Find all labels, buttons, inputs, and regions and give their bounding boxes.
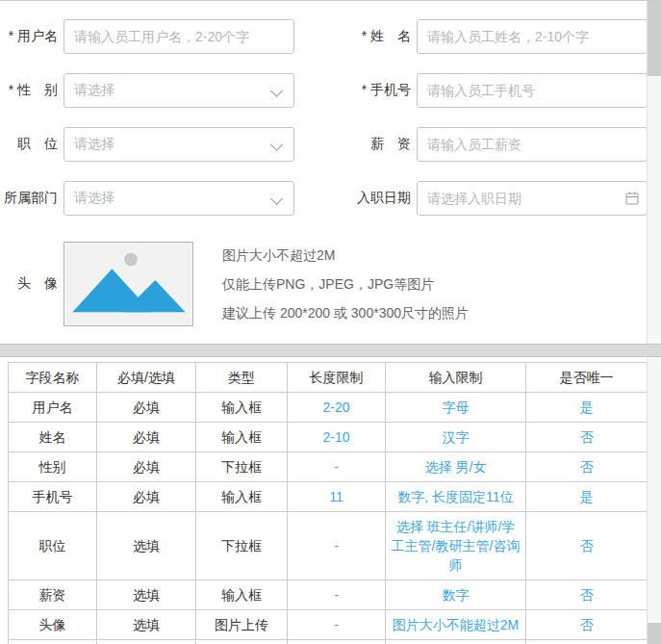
table-cell: 数字, 长度固定11位 bbox=[386, 482, 526, 512]
table-cell: 选填 bbox=[97, 610, 196, 640]
gender-select-value: 请选择 bbox=[74, 82, 114, 99]
chevron-down-icon bbox=[270, 193, 283, 205]
table-cell: 图片大小不能超过2M bbox=[386, 610, 526, 640]
table-row: 手机号必填输入框11数字, 长度固定11位是 bbox=[9, 482, 648, 512]
department-field-cell: 请选择 bbox=[64, 181, 294, 216]
table-cell: - bbox=[288, 610, 386, 640]
gender-select[interactable]: 请选择 bbox=[64, 73, 294, 108]
avatar-tip: 图片大小不超过2M bbox=[222, 241, 469, 270]
image-placeholder-icon bbox=[64, 243, 192, 325]
table-header-cell: 必填/选填 bbox=[97, 363, 196, 393]
table-cell: 汉字 bbox=[386, 423, 526, 452]
avatar-tip: 建议上传 200*200 或 300*300尺寸的照片 bbox=[222, 298, 469, 327]
hire-date-field bbox=[417, 181, 648, 216]
table-row: 性别必填下拉框-选择 男/女否 bbox=[9, 452, 648, 482]
table-cell: 选填 bbox=[97, 512, 196, 580]
table-cell: 输入框 bbox=[196, 580, 288, 610]
constraints-table-body: 用户名必填输入框2-20字母是姓名必填输入框2-10汉字否性别必填下拉框-选择 … bbox=[9, 393, 648, 644]
table-cell: 否 bbox=[526, 580, 648, 610]
name-field-cell bbox=[417, 19, 648, 54]
table-cell: 2-10 bbox=[288, 423, 386, 452]
table-header-cell: 字段名称 bbox=[9, 363, 97, 393]
table-cell: 必填 bbox=[97, 423, 196, 452]
avatar-row: 头 像 图片大小不超过2M 仅能上传PNG，JPEG，JPG等图片 建议上传 2… bbox=[4, 241, 661, 327]
hire-date-label: 入职日期 bbox=[294, 190, 417, 207]
table-scrollbar-track[interactable] bbox=[647, 357, 661, 644]
calendar-icon bbox=[624, 191, 640, 206]
table-cell: 必填 bbox=[97, 452, 196, 482]
table-header-cell: 长度限制 bbox=[288, 363, 386, 393]
table-cell: 输入格式: 年-月-日 bbox=[386, 640, 526, 644]
table-header-cell: 类型 bbox=[196, 363, 288, 393]
table-cell: 姓名 bbox=[9, 423, 97, 452]
department-select[interactable]: 请选择 bbox=[64, 181, 294, 216]
table-cell: 入职日期 bbox=[9, 640, 97, 644]
table-cell: - bbox=[288, 640, 386, 644]
section-divider bbox=[0, 344, 661, 357]
phone-field-cell bbox=[417, 73, 648, 108]
table-cell: 选择 男/女 bbox=[386, 452, 526, 482]
table-scrollbar-thumb[interactable] bbox=[648, 623, 661, 644]
table-cell: 职位 bbox=[9, 512, 97, 580]
table-cell: 选填 bbox=[97, 640, 196, 644]
form-scrollbar-thumb[interactable] bbox=[648, 1, 661, 76]
table-cell: 手机号 bbox=[9, 482, 97, 512]
table-cell: 输入框 bbox=[196, 393, 288, 423]
salary-input[interactable] bbox=[417, 127, 648, 162]
phone-label: * 手机号 bbox=[294, 82, 417, 99]
table-cell: - bbox=[288, 580, 386, 610]
name-label: * 姓 名 bbox=[294, 28, 417, 45]
chevron-down-icon bbox=[270, 139, 283, 151]
table-cell: - bbox=[288, 452, 386, 482]
constraints-table: 字段名称 必填/选填 类型 长度限制 输入限制 是否唯一 用户名必填输入框2-2… bbox=[8, 362, 648, 644]
employee-form-page: * 用户名 * 姓 名 * 性 别 请选择 * 手机号 职 位 bbox=[0, 0, 661, 644]
table-row: 姓名必填输入框2-10汉字否 bbox=[9, 423, 648, 452]
name-input[interactable] bbox=[417, 19, 648, 54]
salary-field-cell bbox=[417, 127, 648, 162]
salary-label: 薪 资 bbox=[294, 136, 417, 153]
table-cell: 选填 bbox=[97, 580, 196, 610]
table-cell: 是 bbox=[526, 482, 648, 512]
table-cell: 否 bbox=[526, 423, 648, 452]
avatar-upload[interactable] bbox=[64, 242, 193, 326]
table-cell: 日期选择组件 bbox=[196, 640, 288, 644]
hire-date-input[interactable] bbox=[417, 181, 648, 216]
avatar-label: 头 像 bbox=[4, 275, 64, 293]
table-cell: 图片上传 bbox=[196, 610, 288, 640]
table-cell: 下拉框 bbox=[196, 512, 288, 580]
table-cell: 输入框 bbox=[196, 482, 288, 512]
table-cell: 否 bbox=[526, 512, 648, 580]
table-cell: - bbox=[288, 512, 386, 580]
gender-label: * 性 别 bbox=[4, 82, 64, 99]
employee-form: * 用户名 * 姓 名 * 性 别 请选择 * 手机号 职 位 bbox=[0, 0, 661, 344]
table-cell: 输入框 bbox=[196, 423, 288, 452]
field-constraints-section: 字段名称 必填/选填 类型 长度限制 输入限制 是否唯一 用户名必填输入框2-2… bbox=[0, 357, 661, 644]
username-field-cell bbox=[64, 19, 294, 54]
position-select[interactable]: 请选择 bbox=[64, 127, 294, 162]
hire-date-field-cell bbox=[417, 181, 648, 216]
table-cell: 否 bbox=[526, 452, 648, 482]
username-input[interactable] bbox=[64, 19, 294, 54]
table-cell: 下拉框 bbox=[196, 452, 288, 482]
username-label: * 用户名 bbox=[4, 28, 64, 45]
table-header-cell: 是否唯一 bbox=[526, 363, 648, 393]
table-cell: 选择 班主任/讲师/学工主管/教研主管/咨询师 bbox=[386, 512, 526, 580]
table-cell: 是 bbox=[526, 393, 648, 423]
phone-input[interactable] bbox=[417, 73, 648, 108]
form-scrollbar-track[interactable] bbox=[647, 1, 661, 344]
table-cell: 数字 bbox=[386, 580, 526, 610]
table-cell: 字母 bbox=[386, 393, 526, 423]
table-header-cell: 输入限制 bbox=[386, 363, 526, 393]
table-cell: 否 bbox=[526, 640, 648, 644]
avatar-tips: 图片大小不超过2M 仅能上传PNG，JPEG，JPG等图片 建议上传 200*2… bbox=[222, 241, 469, 327]
table-cell: 必填 bbox=[97, 482, 196, 512]
table-cell: 性别 bbox=[9, 452, 97, 482]
table-cell: 11 bbox=[288, 482, 386, 512]
table-header-row: 字段名称 必填/选填 类型 长度限制 输入限制 是否唯一 bbox=[9, 363, 648, 393]
table-cell: 2-20 bbox=[288, 393, 386, 423]
table-row: 用户名必填输入框2-20字母是 bbox=[9, 393, 648, 423]
gender-field-cell: 请选择 bbox=[64, 73, 294, 108]
table-row: 职位选填下拉框-选择 班主任/讲师/学工主管/教研主管/咨询师否 bbox=[9, 512, 648, 580]
table-cell: 薪资 bbox=[9, 580, 97, 610]
form-grid: * 用户名 * 姓 名 * 性 别 请选择 * 手机号 职 位 bbox=[4, 19, 648, 216]
